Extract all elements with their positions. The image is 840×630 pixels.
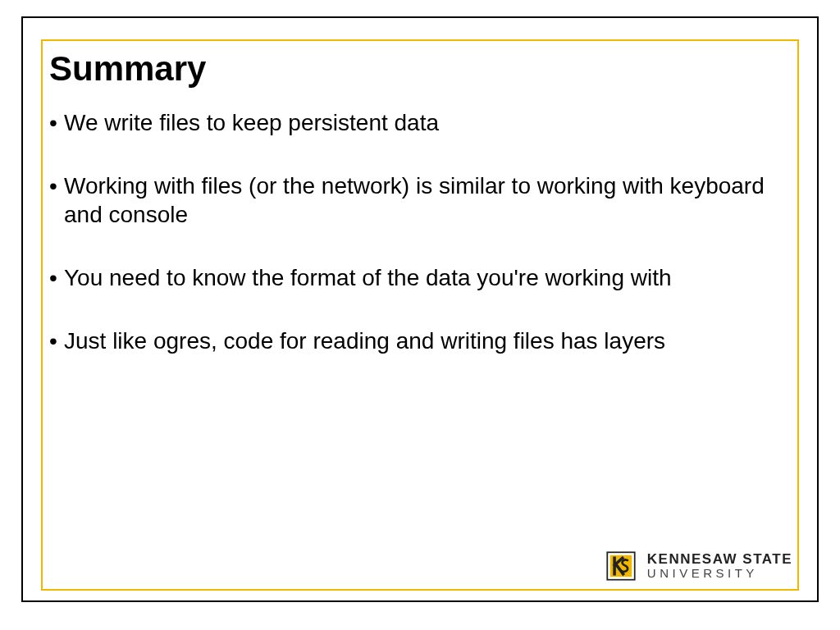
logo-text: KENNESAW STATE UNIVERSITY <box>647 552 792 580</box>
bullet-item: Working with files (or the network) is s… <box>49 171 791 229</box>
university-logo: KENNESAW STATE UNIVERSITY <box>603 548 792 584</box>
bullet-item: Just like ogres, code for reading and wr… <box>49 326 791 355</box>
bullet-item: You need to know the format of the data … <box>49 263 791 292</box>
bullet-item: We write files to keep persistent data <box>49 108 791 137</box>
slide-title: Summary <box>49 49 791 89</box>
bullet-list: We write files to keep persistent data W… <box>49 108 791 355</box>
slide-content: Summary We write files to keep persisten… <box>49 49 791 581</box>
logo-line2: UNIVERSITY <box>647 567 792 580</box>
logo-line1: KENNESAW STATE <box>647 552 792 567</box>
ksu-logo-icon <box>603 548 639 584</box>
